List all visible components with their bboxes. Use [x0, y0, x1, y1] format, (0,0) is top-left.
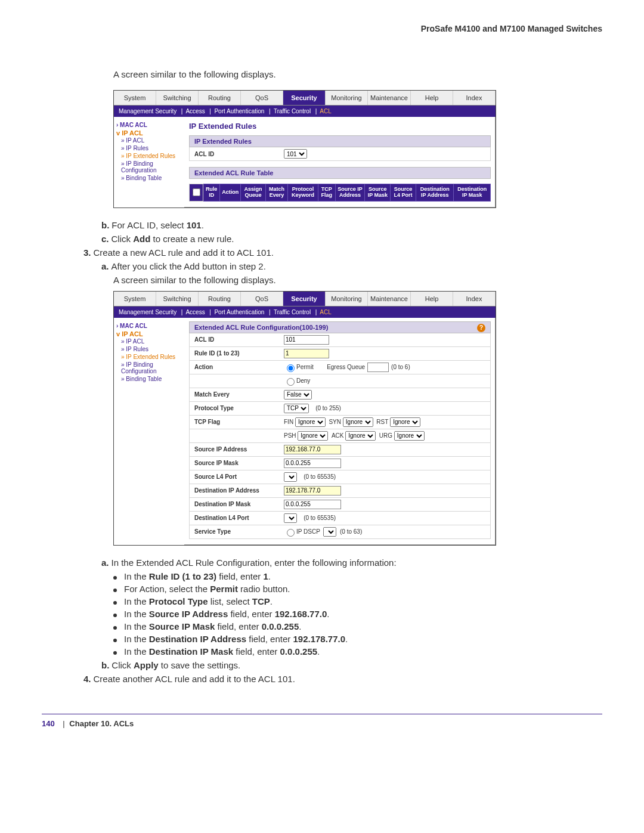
tab-system[interactable]: System [114, 91, 156, 105]
dest-mask-input[interactable] [284, 500, 341, 509]
tcp-flag-label: TCP Flag [194, 419, 284, 425]
tab-maintenance[interactable]: Maintenance [368, 292, 411, 306]
dest-ip-label: Destination IP Address [194, 487, 284, 494]
sidebar-ip-extended-rules[interactable]: » IP Extended Rules [116, 152, 182, 160]
sidebar-ip-acl[interactable]: » IP ACL [116, 137, 182, 144]
source-mask-input[interactable] [284, 459, 341, 468]
subnav-item[interactable]: Traffic Control [274, 108, 311, 114]
tab-security[interactable]: Security [283, 292, 326, 306]
sidebar-binding-table[interactable]: » Binding Table [116, 174, 182, 182]
sidebar-ip-binding-config[interactable]: » IP Binding Configuration [116, 361, 182, 375]
tab-monitoring[interactable]: Monitoring [326, 91, 368, 105]
service-type-label: Service Type [194, 528, 284, 535]
subnav-item-acl[interactable]: ACL [320, 309, 331, 315]
ip-dscp-radio[interactable] [287, 529, 295, 537]
footer-rule [42, 714, 602, 714]
aclid-select[interactable]: 101 [284, 149, 307, 159]
subnav-item[interactable]: Management Security [119, 108, 177, 114]
flag-ack-select[interactable]: Ignore [345, 431, 376, 441]
doc-header-title: ProSafe M4100 and M7100 Managed Switches [42, 24, 602, 33]
egress-range: (0 to 6) [391, 364, 410, 370]
egress-queue-input[interactable] [367, 363, 389, 372]
col-assign-queue: Assign Queue [241, 184, 266, 202]
sidebar-ip-rules[interactable]: » IP Rules [116, 144, 182, 152]
panel-header-extended-config: Extended ACL Rule Configuration(100-199)… [189, 321, 491, 333]
aclid-label: ACL ID [194, 151, 284, 157]
aclid-label: ACL ID [194, 336, 284, 343]
tab-switching[interactable]: Switching [156, 292, 199, 306]
action-permit-radio[interactable] [287, 364, 295, 372]
tab-routing[interactable]: Routing [199, 292, 241, 306]
step-3: 3.Create a new ACL rule and add it to AC… [83, 247, 602, 258]
protocol-type-select[interactable]: TCP [284, 404, 309, 413]
sidebar-ip-acl-header[interactable]: v IP ACL [116, 330, 182, 337]
subnav-item-acl[interactable]: ACL [320, 108, 331, 114]
flag-rst-select[interactable]: Ignore [390, 417, 420, 427]
ruleid-label: Rule ID (1 to 23) [194, 350, 284, 357]
tab-routing[interactable]: Routing [199, 91, 241, 105]
tab-index[interactable]: Index [453, 292, 496, 306]
tab-monitoring[interactable]: Monitoring [326, 292, 368, 306]
col-rule-id: Rule ID [203, 184, 220, 202]
protocol-type-label: Protocol Type [194, 405, 284, 411]
dest-l4-select[interactable] [284, 513, 297, 523]
tab-help[interactable]: Help [411, 292, 453, 306]
bullet-dest-ip: In the Destination IP Address field, ent… [113, 634, 602, 644]
source-mask-label: Source IP Mask [194, 460, 284, 466]
panel-header-iprules: IP Extended Rules [189, 135, 491, 147]
flag-urg-select[interactable]: Ignore [394, 431, 425, 441]
subnav-item[interactable]: Access [185, 309, 205, 315]
col-source-ip: Source IP Address [335, 184, 365, 202]
select-all-checkbox[interactable] [190, 184, 203, 202]
col-dest-mask: Destination IP Mask [454, 184, 491, 202]
subnav-item[interactable]: Port Authentication [214, 309, 264, 315]
extended-acl-rule-table: Rule ID Action Assign Queue Match Every … [189, 184, 491, 202]
action-deny-radio[interactable] [287, 378, 295, 386]
ip-dscp-select[interactable] [323, 527, 336, 537]
tab-help[interactable]: Help [411, 91, 453, 105]
subnav-item[interactable]: Access [185, 108, 205, 114]
step-c: c.Click Add to create a new rule. [101, 234, 602, 244]
col-tcp-flag: TCP Flag [318, 184, 336, 202]
sidebar-ip-binding-config[interactable]: » IP Binding Configuration [116, 160, 182, 174]
ruleid-input[interactable] [284, 349, 329, 358]
section-title: IP Extended Rules [189, 122, 491, 131]
tab-qos[interactable]: QoS [241, 91, 283, 105]
bullet-dest-mask: In the Destination IP Mask field, enter … [113, 646, 602, 657]
source-l4-label: Source L4 Port [194, 473, 284, 480]
help-icon[interactable]: ? [477, 324, 485, 332]
tab-maintenance[interactable]: Maintenance [368, 91, 411, 105]
step-4: 4.Create another ACL rule and add it to … [83, 674, 602, 684]
page-footer: 140 | Chapter 10. ACLs [42, 719, 602, 728]
bullet-rule-id: In the Rule ID (1 to 23) field, enter 1. [113, 571, 602, 581]
sidebar-ip-extended-rules[interactable]: » IP Extended Rules [116, 353, 182, 361]
bullet-protocol: In the Protocol Type list, select TCP. [113, 596, 602, 606]
subnav-item[interactable]: Management Security [119, 309, 177, 315]
sidebar-binding-table[interactable]: » Binding Table [116, 375, 182, 383]
tab-qos[interactable]: QoS [241, 292, 283, 306]
sidebar-ip-acl-header[interactable]: v IP ACL [116, 129, 182, 137]
match-every-select[interactable]: False [284, 390, 312, 400]
source-ip-input[interactable] [284, 445, 341, 454]
sidebar-ip-rules[interactable]: » IP Rules [116, 345, 182, 353]
tab-security[interactable]: Security [283, 91, 326, 105]
tab-switching[interactable]: Switching [156, 91, 199, 105]
sidebar-mac-acl[interactable]: › MAC ACL [116, 120, 182, 129]
intro-text-2: A screen similar to the following displa… [113, 275, 602, 285]
dest-ip-input[interactable] [284, 486, 341, 496]
tab-system[interactable]: System [114, 292, 156, 306]
tab-index[interactable]: Index [453, 91, 496, 105]
step-b: b.For ACL ID, select 101. [101, 220, 602, 230]
col-action: Action [220, 184, 241, 202]
flag-psh-select[interactable]: Ignore [298, 431, 328, 441]
flag-syn-select[interactable]: Ignore [343, 417, 373, 427]
flag-fin-select[interactable]: Ignore [295, 417, 326, 427]
source-l4-select[interactable] [284, 472, 297, 482]
sidebar-ip-acl[interactable]: » IP ACL [116, 337, 182, 345]
sidebar-mac-acl[interactable]: › MAC ACL [116, 321, 182, 330]
col-dest-ip: Destination IP Address [416, 184, 454, 202]
subnav-item[interactable]: Traffic Control [274, 309, 311, 315]
step-cfg-a: a.In the Extended ACL Rule Configuration… [101, 558, 602, 568]
subnav-item[interactable]: Port Authentication [214, 108, 264, 114]
egress-queue-label: Egress Queue [327, 364, 365, 370]
